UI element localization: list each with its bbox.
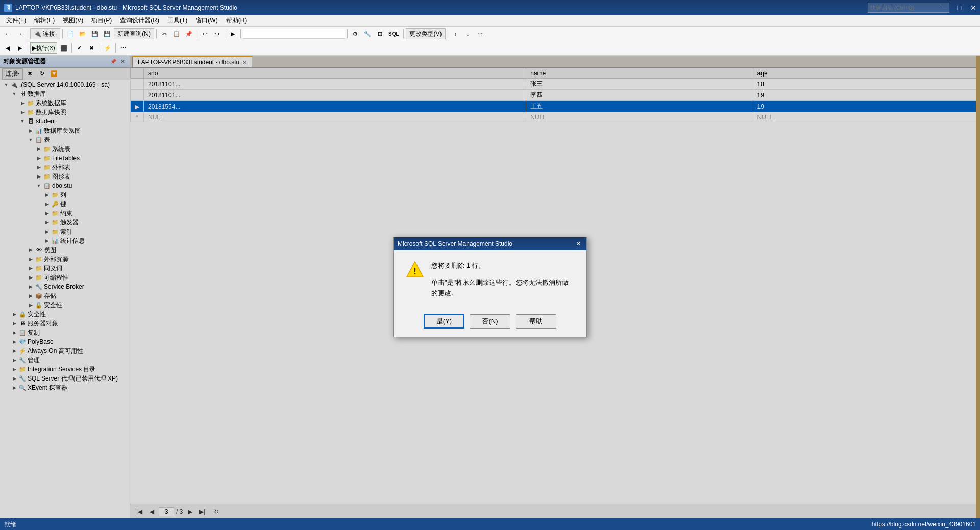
tb-query-input[interactable] [243, 29, 345, 39]
modal-help-btn[interactable]: 帮助 [516, 314, 556, 329]
modal-dialog: Microsoft SQL Server Management Studio ✕… [393, 237, 587, 337]
tb-stop-btn[interactable]: ⬛ [58, 42, 69, 54]
tb-save-btn[interactable]: 💾 [89, 28, 101, 39]
menu-query-designer[interactable]: 查询设计器(R) [116, 15, 163, 26]
tb-sep-12 [100, 43, 100, 53]
menu-project[interactable]: 项目(P) [87, 15, 116, 26]
tb-connect-btn[interactable]: 🔌 连接· [30, 28, 60, 39]
tb-sep-7 [347, 29, 348, 38]
tb-x-btn[interactable]: ✖ [86, 42, 97, 54]
modal-message: 您将要删除 1 行。 单击"是"将永久删除这些行。您将无法撤消所做的更改。 [431, 261, 574, 298]
menu-window[interactable]: 窗口(W) [191, 15, 222, 26]
status-left: 就绪 [4, 520, 16, 529]
tb-sql-btn[interactable]: SQL [386, 28, 401, 39]
menu-bar: 文件(F) 编辑(E) 视图(V) 项目(P) 查询设计器(R) 工具(T) 窗… [0, 15, 980, 27]
tb-new-file-btn[interactable]: 📄 [65, 28, 76, 39]
menu-tools[interactable]: 工具(T) [163, 15, 191, 26]
tb-sep-11 [71, 43, 72, 53]
tb-copy-btn[interactable]: 📋 [171, 28, 182, 39]
tb-sep-8 [403, 29, 404, 38]
modal-title: Microsoft SQL Server Management Studio [398, 240, 512, 247]
tb-row-2-btn2[interactable]: ▶ [14, 42, 26, 54]
modal-close-btn[interactable]: ✕ [574, 240, 582, 248]
close-button[interactable]: ✕ [967, 3, 980, 13]
modal-body: ! 您将要删除 1 行。 单击"是"将永久删除这些行。您将无法撤消所做的更改。 [394, 250, 586, 309]
modal-yes-btn[interactable]: 是(Y) [424, 314, 464, 329]
tb-sort-desc-btn[interactable]: ↓ [462, 28, 474, 39]
tb-cut-btn[interactable]: ✂ [159, 28, 170, 39]
modal-footer: 是(Y) 否(N) 帮助 [394, 309, 586, 337]
tb-more-2-btn[interactable]: ⋯ [118, 42, 129, 54]
modal-overlay: Microsoft SQL Server Management Studio ✕… [0, 56, 980, 518]
tb-sep-1 [28, 29, 28, 38]
tb-paste-btn[interactable]: 📌 [183, 28, 194, 39]
status-bar: 就绪 https://blog.csdn.net/weixin_43901601 [0, 518, 980, 530]
tb-parse-btn[interactable]: ⚡ [102, 42, 113, 54]
modal-line2: 单击"是"将永久删除这些行。您将无法撤消所做的更改。 [431, 277, 574, 299]
modal-no-btn[interactable]: 否(N) [470, 314, 510, 329]
tb-sep-13 [115, 43, 116, 53]
tb-sep-6 [240, 29, 241, 38]
toolbar-row-1: ← → 🔌 连接· 📄 📂 💾 💾 新建查询(N) ✂ 📋 📌 ↩ ↪ ▶ ⚙ … [0, 27, 980, 41]
tb-open-btn[interactable]: 📂 [77, 28, 88, 39]
tb-row-2-btn1[interactable]: ◀ [2, 42, 13, 54]
tb-save-all-btn[interactable]: 💾 [102, 28, 113, 39]
tb-redo-btn[interactable]: ↪ [211, 28, 223, 39]
tb-sep-2 [62, 29, 63, 38]
warning-icon: ! [406, 261, 424, 279]
main-area: 对象资源管理器 📌 ✕ 连接· ✖ ↻ 🔽 ▼ 🔌 .(SQL Server 1… [0, 56, 980, 518]
connect-icon: 🔌 [34, 30, 41, 37]
tb-sep-9 [448, 29, 448, 38]
quick-launch-input[interactable] [868, 3, 949, 13]
window-title: LAPTOP-VKP6B33I.student - dbo.stu - Micr… [15, 4, 237, 11]
menu-help[interactable]: 帮助(H) [222, 15, 251, 26]
toolbar-row-2: ◀ ▶ ▶ 执行(X) ⬛ ✔ ✖ ⚡ ⋯ [0, 41, 980, 55]
tb-undo-btn[interactable]: ↩ [199, 28, 210, 39]
tb-back-btn[interactable]: ← [2, 28, 13, 39]
tb-filter-btn[interactable]: 🔧 [362, 28, 373, 39]
tb-properties-btn[interactable]: ⚙ [350, 28, 361, 39]
menu-file[interactable]: 文件(F) [2, 15, 30, 26]
tb-sep-4 [197, 29, 197, 38]
tb-change-type-btn[interactable]: 更改类型(V) [406, 28, 446, 39]
status-right: https://blog.csdn.net/weixin_43901601 [872, 521, 976, 528]
maximize-button[interactable]: □ [952, 3, 966, 13]
tb-debug-btn[interactable]: ▶ [227, 28, 238, 39]
tb-more-btn[interactable]: ⋯ [475, 28, 486, 39]
tb-sep-3 [156, 29, 157, 38]
tb-execute-btn[interactable]: ▶ 执行(X) [30, 42, 57, 54]
tb-forward-btn[interactable]: → [14, 28, 26, 39]
tb-sep-5 [225, 29, 225, 38]
tb-check-btn[interactable]: ✔ [74, 42, 85, 54]
menu-edit[interactable]: 编辑(E) [30, 15, 59, 26]
modal-title-bar: Microsoft SQL Server Management Studio ✕ [394, 237, 586, 250]
tb-sep-10 [28, 43, 28, 53]
app-icon: 🗄 [4, 4, 12, 12]
quick-launch-area [868, 0, 949, 15]
tb-sort-asc-btn[interactable]: ↑ [450, 28, 461, 39]
tb-grid-btn[interactable]: ⊞ [374, 28, 385, 39]
svg-text:!: ! [413, 266, 416, 276]
title-bar: 🗄 LAPTOP-VKP6B33I.student - dbo.stu - Mi… [0, 0, 980, 15]
tb-new-query-btn[interactable]: 新建查询(N) [114, 28, 154, 39]
modal-line1: 您将要删除 1 行。 [431, 261, 574, 271]
menu-view[interactable]: 视图(V) [59, 15, 87, 26]
